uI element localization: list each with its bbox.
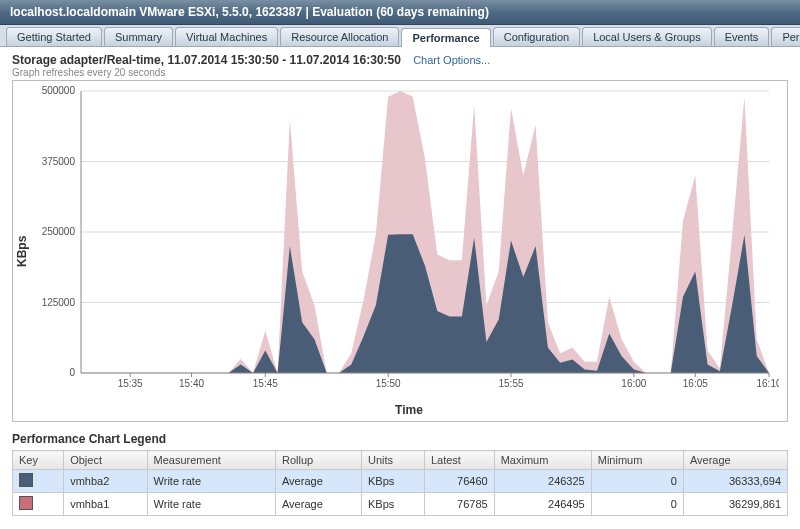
svg-text:500000: 500000 [42,85,76,96]
legend-col-measurement[interactable]: Measurement [147,451,275,470]
legend-col-latest[interactable]: Latest [424,451,494,470]
tab-events[interactable]: Events [714,27,770,46]
svg-text:250000: 250000 [42,226,76,237]
tab-virtual-machines[interactable]: Virtual Machines [175,27,278,46]
tab-configuration[interactable]: Configuration [493,27,580,46]
svg-text:125000: 125000 [42,297,76,308]
refresh-note: Graph refreshes every 20 seconds [12,67,788,78]
svg-text:15:45: 15:45 [253,378,278,389]
tab-performance[interactable]: Performance [401,28,490,47]
legend-col-units[interactable]: Units [362,451,425,470]
tab-resource-allocation[interactable]: Resource Allocation [280,27,399,46]
legend-col-key[interactable]: Key [13,451,64,470]
legend-col-maximum[interactable]: Maximum [494,451,591,470]
tab-permissions[interactable]: Permissions [771,27,800,46]
chart-options-link[interactable]: Chart Options... [413,54,490,66]
x-axis-label: Time [31,401,787,421]
legend-table: KeyObjectMeasurementRollupUnitsLatestMax… [12,450,788,516]
main-tabs: Getting StartedSummaryVirtual MachinesRe… [0,25,800,47]
legend-col-object[interactable]: Object [64,451,147,470]
legend-row-vmhba1[interactable]: vmhba1Write rateAverageKBps7678524649503… [13,493,788,516]
window-titlebar: localhost.localdomain VMware ESXi, 5.5.0… [0,0,800,25]
tab-summary[interactable]: Summary [104,27,173,46]
svg-text:15:40: 15:40 [179,378,204,389]
svg-text:15:50: 15:50 [376,378,401,389]
svg-text:16:00: 16:00 [621,378,646,389]
svg-text:15:55: 15:55 [498,378,523,389]
tab-getting-started[interactable]: Getting Started [6,27,102,46]
legend-col-minimum[interactable]: Minimum [591,451,683,470]
legend-col-average[interactable]: Average [683,451,787,470]
y-axis-label: KBps [13,81,31,421]
svg-text:15:35: 15:35 [118,378,143,389]
svg-text:0: 0 [69,367,75,378]
swatch-vmhba1 [19,496,33,510]
svg-text:16:10: 16:10 [756,378,779,389]
swatch-vmhba2 [19,473,33,487]
tab-local-users-groups[interactable]: Local Users & Groups [582,27,712,46]
svg-text:16:05: 16:05 [683,378,708,389]
legend-title: Performance Chart Legend [12,432,788,446]
performance-chart: KBps 012500025000037500050000015:3515:40… [12,80,788,422]
legend-col-rollup[interactable]: Rollup [275,451,361,470]
chart-canvas: 012500025000037500050000015:3515:4015:45… [31,81,779,401]
legend-row-vmhba2[interactable]: vmhba2Write rateAverageKBps7646024632503… [13,470,788,493]
chart-title: Storage adapter/Real-time, 11.07.2014 15… [12,53,401,67]
svg-text:375000: 375000 [42,156,76,167]
